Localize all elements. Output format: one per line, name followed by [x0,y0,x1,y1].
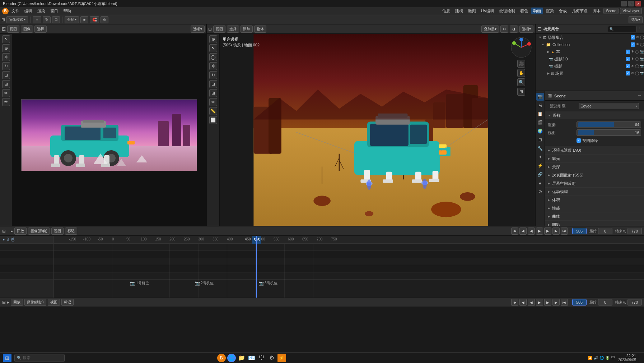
minimize-btn[interactable]: — [621,1,627,6]
menu-file[interactable]: 文件 [9,8,22,14]
viewport-denoising-check[interactable]: ✓ 视图降噪 [577,138,598,143]
nav-gizmo[interactable] [510,37,532,58]
workspace-scripting[interactable]: 脚本 [591,8,603,14]
section-title-8[interactable]: ▶曲线 [545,212,644,220]
render-icon[interactable]: 📷 [536,93,544,101]
3d-object-btn[interactable]: 物体 [254,26,266,33]
play-rev-btn[interactable]: ◀ [528,228,535,235]
taskbar-folder-icon[interactable]: 📁 [237,354,246,362]
tl2-jump-end[interactable]: ⏭ [561,299,568,306]
3d-options-btn[interactable]: 选项▾ [519,26,533,33]
tl-playback-btn[interactable]: 回放 [14,228,27,235]
options-left-viewport[interactable]: 选项▾ [191,26,205,33]
proportional[interactable]: ⊙ [101,16,108,23]
rotate-3d-tool[interactable]: ↻ [209,71,217,79]
tl-editor-switch[interactable]: ▸ [11,229,13,234]
hand-tool[interactable]: ✋ [517,69,525,77]
zoom-camera[interactable]: 🎥 [517,60,525,68]
workspace-shading[interactable]: 着色 [518,8,530,14]
tree-item-cam1[interactable]: 📷 摄影2.0 ✓ 👁 ◯ 📷 [536,55,644,63]
tool-rotate2d[interactable]: ↻ [2,62,10,70]
tl-summary-row[interactable]: ▼ 汇总 [0,236,53,244]
visibility-scene[interactable]: ✓ [626,71,630,75]
options-right[interactable]: 选项▾ [629,16,643,23]
visibility-cam1[interactable]: ✓ [626,57,630,61]
tl2-view-btn[interactable]: 视图 [48,299,60,306]
tl-view-btn[interactable]: 视图 [51,228,64,235]
tl2-play-fwd[interactable]: ▶ [544,299,551,306]
current-frame-display[interactable]: 505 [572,228,587,234]
zoom-in-tool[interactable]: 🔍 [517,78,525,86]
physics-icon[interactable]: ⚡ [536,162,544,170]
tool-cursor[interactable]: ⊕ [2,44,10,52]
section-title-2[interactable]: ▶景深 [545,163,644,171]
scene-icon[interactable]: 🎬 [536,119,544,127]
image-btn[interactable]: 图像 [21,26,33,33]
editor-type-left[interactable]: ⊞ [1,17,5,22]
measure-tool[interactable]: 📏 [209,107,217,115]
tl2-next-frame[interactable]: ▶ [552,299,560,306]
world-icon[interactable]: 🌍 [536,127,544,135]
select-box-tool[interactable]: ↖ [209,44,217,52]
view-layer-selector[interactable]: ViewLayer [620,8,642,14]
tl2-play[interactable]: ▶ [536,299,543,306]
taskbar-blender-icon[interactable]: B [217,354,226,362]
tl2-current-frame[interactable]: 505 [572,299,587,305]
modifier-icon[interactable]: 🔧 [536,144,544,152]
show-desktop-btn[interactable] [639,354,641,362]
workspace-info[interactable]: 信息 [440,8,452,14]
3d-editor-icon[interactable]: ⊡ [208,27,212,32]
workspace-animation[interactable]: 动画 [531,8,543,14]
global-selector[interactable]: 全局 ▾ [65,16,79,23]
menu-window[interactable]: 窗口 [48,8,60,14]
select-circle-tool[interactable]: ◯ [209,53,217,61]
section-title-9[interactable]: ▶阴影 [545,221,644,226]
start-button[interactable]: ⊞ [3,354,11,362]
tl2-jump-start[interactable]: ⏮ [511,299,518,306]
menu-render[interactable]: 渲染 [35,8,47,14]
taskbar-shield-icon[interactable]: 🛡 [257,354,266,362]
3d-gizmo-btn[interactable]: ⊙ [500,26,508,33]
visibility-icon-coll[interactable]: ✓ [631,42,635,47]
tl2-marker-btn[interactable]: 标记 [61,299,74,306]
close-btn[interactable]: × [635,1,641,6]
workspace-rendering[interactable]: 渲染 [544,8,556,14]
search-bar[interactable]: 🔍 搜索 [14,354,65,362]
snapping[interactable]: 🧲 [90,16,99,23]
scene-selector[interactable]: Scene [603,8,619,14]
individual-origins[interactable]: ◈ [80,16,88,23]
workspace-sculpt[interactable]: 雕刻 [466,8,478,14]
3d-view-btn[interactable]: 视图 [213,26,225,33]
scale-tool[interactable]: ⊡ [52,16,60,23]
particles-icon[interactable]: ✦ [536,153,544,161]
tl2-editor-type[interactable]: ⊞ [2,300,6,305]
tl-marker-btn[interactable]: 标记 [65,228,77,235]
visibility-icon-collection[interactable]: ✓ [631,35,635,40]
workspace-geometry[interactable]: 几何节点 [570,8,590,14]
tl-editor-type[interactable]: ⊞ [2,229,9,234]
tool-move2d[interactable]: ✥ [2,53,10,61]
select-btn[interactable]: 选择 [34,26,47,33]
taskbar-settings-icon[interactable]: ⚙ [267,354,276,362]
transform-tool[interactable]: ⊞ [209,89,217,97]
scene-edit-btn[interactable]: ✏ [638,94,641,98]
tl2-camera-btn[interactable]: 摄像(插帧) [24,299,46,306]
move-tool[interactable]: ↔ [33,16,41,23]
3d-add-btn[interactable]: 添加 [241,26,253,33]
editor-icon[interactable]: 🖼 [1,27,6,32]
3d-shading-btn[interactable]: ◑ [510,26,518,33]
play-btn[interactable]: ▶ [536,228,543,235]
filter-btn[interactable]: ⋮ [638,27,642,31]
grid-tool[interactable]: ⊞ [517,88,525,96]
mode-selector[interactable]: 物体模式 ▾ [6,16,28,23]
object-icon[interactable]: ⊡ [536,136,544,144]
tool-scale2d[interactable]: ⊡ [2,71,10,79]
maximize-btn[interactable]: □ [628,1,634,6]
workspace-uv[interactable]: UV编辑 [479,8,496,14]
output-icon[interactable]: 🖨 [536,101,544,109]
prev-frame-btn[interactable]: ◀ [519,228,527,235]
tool-transform[interactable]: ⊞ [2,80,10,88]
cursor-tool[interactable]: ⊕ [209,35,217,43]
tree-item-car[interactable]: ▶ ▲ 车 ✓ 👁 ◯ 📷 [536,48,644,55]
jump-start-btn[interactable]: ⏮ [511,228,518,235]
